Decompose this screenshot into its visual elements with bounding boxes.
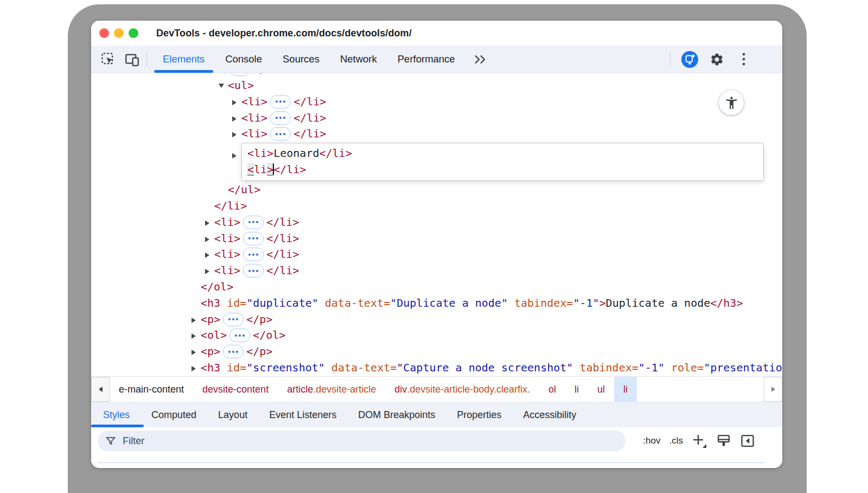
breadcrumb-scroll-right-button[interactable] — [764, 377, 782, 402]
disclosure-right-arrow-icon[interactable] — [192, 344, 201, 360]
maximize-window-button[interactable] — [129, 28, 138, 38]
tab-performance[interactable]: Performance — [387, 46, 465, 73]
tab-sources[interactable]: Sources — [272, 46, 330, 73]
styles-tab-styles[interactable]: Styles — [91, 402, 141, 427]
disclosure-right-arrow-icon[interactable] — [232, 126, 241, 142]
disclosure-right-arrow-icon[interactable] — [232, 94, 241, 110]
dom-tree-row[interactable]: <li></li> — [91, 214, 782, 231]
styles-filter-field[interactable] — [98, 431, 626, 451]
code-token: <li> — [214, 232, 240, 245]
dom-tree-row[interactable]: <li></li> — [91, 231, 782, 247]
styles-tab-accessibility[interactable]: Accessibility — [512, 402, 587, 427]
breadcrumb-item[interactable]: ul — [588, 377, 614, 402]
disclosure-right-arrow-icon[interactable] — [232, 147, 241, 163]
hidden-children-ellipsis-button[interactable] — [270, 127, 291, 141]
styles-tab-computed[interactable]: Computed — [141, 402, 207, 427]
toolbar-divider — [670, 52, 671, 66]
disclosure-right-arrow-icon[interactable] — [205, 231, 214, 247]
tab-elements[interactable]: Elements — [152, 46, 215, 73]
disclosure-right-arrow-icon[interactable] — [192, 360, 201, 376]
styles-pane-tab-strip: StylesComputedLayoutEvent ListenersDOM B… — [91, 402, 782, 427]
hidden-children-ellipsis-button[interactable] — [243, 232, 264, 245]
breadcrumb-item[interactable]: devsite-content — [193, 377, 278, 402]
rendering-emulation-brush-icon[interactable] — [716, 433, 731, 448]
breadcrumb-item[interactable]: article.devsite-article — [278, 377, 385, 402]
dom-tree-row[interactable]: <h3 id="duplicate" data-text="Duplicate … — [91, 295, 782, 312]
ai-badge-icon[interactable] — [680, 51, 699, 68]
filter-input[interactable] — [122, 435, 618, 447]
toggle-sidebar-icon[interactable] — [740, 433, 755, 448]
breadcrumb-part: devsite-content — [202, 384, 269, 395]
styles-tab-event-listeners[interactable]: Event Listeners — [258, 402, 347, 427]
breadcrumb-item[interactable]: ol — [539, 377, 565, 402]
code-token: data-text= — [318, 296, 390, 309]
dom-tree-row[interactable]: </ol> — [91, 279, 782, 295]
dom-tree-row[interactable]: <li></li> — [91, 246, 782, 263]
minimize-window-button[interactable] — [114, 28, 124, 38]
hidden-children-ellipsis-button[interactable] — [229, 73, 250, 76]
tab-label: DOM Breakpoints — [358, 409, 435, 421]
disclosure-right-arrow-icon[interactable] — [232, 110, 241, 127]
disclosure-right-arrow-icon[interactable] — [192, 73, 201, 78]
dom-tree-row[interactable]: <li></li> — [91, 126, 782, 142]
device-toolbar-icon[interactable] — [123, 46, 141, 73]
dom-tree-row[interactable]: </li> — [91, 198, 782, 214]
dom-tree-row[interactable]: <li>Leonard</li><li></li> — [91, 142, 782, 182]
code-token: <li> — [241, 127, 267, 140]
dom-tree-row[interactable]: <li></li> — [91, 110, 782, 127]
breadcrumb-item[interactable]: li — [565, 377, 588, 402]
hidden-children-ellipsis-button[interactable] — [243, 216, 264, 229]
dom-tree-row[interactable]: <ol></ol> — [91, 327, 782, 344]
code-token: </p> — [246, 313, 272, 326]
hidden-children-ellipsis-button[interactable] — [243, 248, 264, 261]
hidden-children-ellipsis-button[interactable] — [229, 328, 250, 342]
hidden-children-ellipsis-button[interactable] — [270, 95, 291, 109]
tab-network[interactable]: Network — [330, 46, 387, 73]
breadcrumb-item[interactable]: e-main-content — [110, 377, 193, 402]
hidden-children-ellipsis-button[interactable] — [223, 345, 244, 358]
dom-tree: <li></li><ul><li></li><li></li><li></li>… — [91, 73, 782, 376]
accessibility-explore-button[interactable] — [719, 90, 744, 115]
settings-gear-icon[interactable] — [707, 52, 726, 67]
dom-tree-row[interactable]: <h3 id="screenshot" data-text="Capture a… — [91, 360, 782, 376]
code-token: <p> — [201, 345, 220, 358]
styles-tab-properties[interactable]: Properties — [446, 402, 512, 427]
toggle-element-state-button[interactable]: :hov — [643, 435, 660, 446]
hidden-children-ellipsis-button[interactable] — [223, 313, 244, 326]
disclosure-right-arrow-icon[interactable] — [205, 214, 214, 231]
dom-tree-row[interactable]: <li></li> — [91, 263, 782, 279]
breadcrumb-scroll-left-button[interactable] — [91, 377, 110, 402]
disclosure-right-arrow-icon[interactable] — [205, 263, 214, 279]
more-options-icon[interactable] — [735, 52, 753, 67]
inline-edit-box[interactable]: <li>Leonard</li><li></li> — [241, 143, 764, 181]
hidden-children-ellipsis-button[interactable] — [243, 264, 264, 277]
breadcrumb-item[interactable]: div.devsite-article-body.clearfix. — [385, 377, 539, 402]
dom-tree-row[interactable]: <li></li> — [91, 94, 782, 110]
tab-label: Layout — [218, 409, 247, 421]
disclosure-right-arrow-icon[interactable] — [205, 246, 214, 263]
disclosure-right-arrow-icon[interactable] — [192, 327, 201, 344]
breadcrumb-item[interactable]: li — [614, 377, 637, 402]
window-title: DevTools - developer.chrome.com/docs/dev… — [156, 28, 412, 39]
devtools-toolbar: ElementsConsoleSourcesNetworkPerformance — [91, 46, 782, 73]
hidden-children-ellipsis-button[interactable] — [270, 111, 291, 125]
code-token: "screenshot" — [246, 361, 325, 374]
dom-tree-row[interactable]: <li></li> — [91, 73, 782, 78]
dom-tree-row[interactable]: <p></p> — [91, 312, 782, 328]
dom-tree-row[interactable]: <p></p> — [91, 344, 782, 360]
new-style-rule-button[interactable] — [692, 433, 707, 449]
element-classes-button[interactable]: .cls — [669, 435, 684, 446]
styles-tab-dom-breakpoints[interactable]: DOM Breakpoints — [347, 402, 446, 427]
screenshot-stage: DevTools - developer.chrome.com/docs/dev… — [0, 0, 868, 493]
dom-tree-row[interactable]: <ul> — [91, 78, 782, 94]
toolbar-divider — [146, 52, 147, 66]
styles-tab-layout[interactable]: Layout — [207, 402, 258, 427]
tab-console[interactable]: Console — [215, 46, 272, 73]
inspect-icon[interactable] — [99, 46, 117, 73]
disclosure-down-arrow-icon[interactable] — [219, 78, 228, 94]
close-window-button[interactable] — [99, 28, 109, 38]
dom-tree-row[interactable]: </ul> — [91, 182, 782, 198]
breadcrumb: e-main-contentdevsite-contentarticle.dev… — [110, 377, 637, 402]
more-tabs-chevron-icon[interactable] — [471, 46, 489, 73]
disclosure-right-arrow-icon[interactable] — [192, 312, 201, 328]
